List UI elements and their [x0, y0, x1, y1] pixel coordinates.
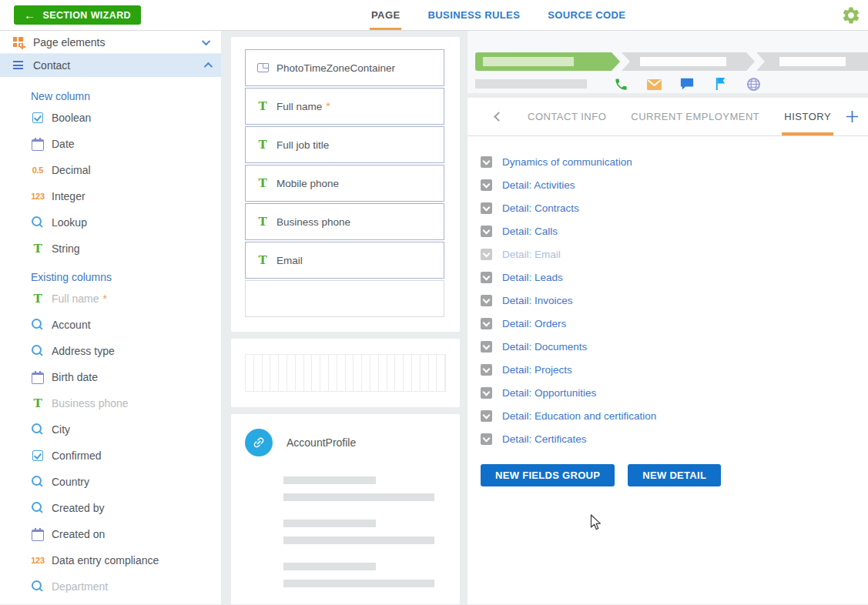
detail-list-item-label: Detail: Opportunities — [502, 387, 596, 399]
sidebar-column-item[interactable]: Birth date — [0, 364, 221, 390]
detail-list-item-label: Detail: Activities — [502, 179, 575, 191]
sidebar-column-item[interactable]: Department — [0, 573, 221, 600]
link-icon — [245, 429, 273, 456]
stage-label-placeholder — [483, 57, 574, 66]
column-label: String — [52, 242, 80, 255]
canvas-field[interactable]: Full name * — [245, 88, 444, 125]
field-label: Business phone — [276, 216, 350, 228]
column-label: Created by — [52, 502, 104, 514]
column-type-icon — [31, 501, 45, 515]
expand-chevron-icon[interactable] — [481, 318, 492, 329]
expand-chevron-icon[interactable] — [481, 202, 492, 214]
page-elements-icon — [11, 37, 25, 47]
sidebar-column-item[interactable]: Data entry compliance — [0, 547, 221, 573]
topbar-tab-label: PAGE — [371, 9, 400, 21]
detail-list-item[interactable]: Detail: Email — [481, 242, 868, 266]
globe-icon[interactable] — [745, 75, 762, 92]
section-wizard-back-button[interactable]: ← SECTION WIZARD — [14, 5, 141, 25]
communication-row — [475, 75, 868, 92]
detail-list-item[interactable]: Detail: Education and certification — [481, 404, 868, 427]
sidebar-column-item[interactable]: Confirmed — [0, 443, 221, 469]
topbar-tab[interactable]: BUSINESS RULES — [426, 0, 521, 30]
detail-list-item[interactable]: Detail: Certificates — [481, 427, 868, 450]
expand-chevron-icon[interactable] — [481, 249, 492, 260]
detail-list-item[interactable]: Detail: Contracts — [481, 196, 868, 219]
sidebar-column-item[interactable]: Account — [0, 312, 221, 338]
detail-list-item[interactable]: Detail: Opportunities — [481, 381, 868, 404]
column-label: Birth date — [52, 371, 98, 383]
detail-panel-tab[interactable]: CURRENT EMPLOYMENT — [628, 98, 762, 135]
detail-list-item[interactable]: Dynamics of communication — [481, 150, 868, 173]
expand-chevron-icon[interactable] — [481, 272, 492, 283]
flag-icon[interactable] — [712, 75, 729, 92]
gear-icon[interactable] — [841, 5, 861, 25]
sidebar-column-item[interactable]: Created by — [0, 495, 221, 521]
column-type-icon — [31, 111, 45, 125]
detail-list-item[interactable]: Detail: Orders — [481, 312, 868, 335]
detail-list-item[interactable]: Detail: Projects — [481, 358, 868, 381]
canvas-field[interactable] — [245, 280, 444, 317]
column-label: City — [52, 423, 70, 436]
phone-icon[interactable] — [612, 75, 629, 92]
detail-panel-tab[interactable]: HISTORY — [782, 98, 833, 135]
sidebar-column-item[interactable]: Integer — [0, 183, 221, 209]
detail-panel-tab[interactable]: CONTACT INFO — [525, 98, 608, 135]
detail-list-item[interactable]: Detail: Invoices — [481, 289, 868, 312]
field-label: PhotoTimeZoneContainer — [276, 62, 395, 74]
page-body: Page elements Contact New column Boolean… — [0, 31, 868, 604]
canvas-field[interactable]: PhotoTimeZoneContainer — [245, 49, 444, 86]
detail-list-item[interactable]: Detail: Leads — [481, 266, 868, 289]
sidebar-item-page-elements[interactable]: Page elements — [0, 31, 221, 54]
sidebar-item-contact[interactable]: Contact — [0, 54, 221, 77]
chevron-up-icon[interactable] — [204, 62, 213, 70]
expand-chevron-icon[interactable] — [481, 179, 492, 191]
new-column-list: Boolean Date Decimal Integer Lookup Stri… — [0, 105, 221, 262]
sidebar-column-item[interactable]: Created on — [0, 521, 221, 547]
topbar-tab[interactable]: SOURCE CODE — [546, 0, 627, 30]
canvas-field[interactable]: Email — [245, 242, 444, 279]
column-label: Date — [52, 138, 75, 150]
canvas-field[interactable]: Business phone — [245, 203, 444, 240]
sidebar-column-item[interactable]: Full name * — [0, 286, 221, 312]
stage-pending[interactable] — [756, 52, 868, 71]
chat-icon[interactable] — [679, 75, 695, 92]
stage-pending[interactable] — [622, 52, 755, 71]
chevron-down-icon[interactable] — [202, 36, 210, 45]
add-tab-icon[interactable] — [846, 110, 859, 123]
expand-chevron-icon[interactable] — [481, 156, 492, 168]
detail-list-item[interactable]: Detail: Calls — [481, 219, 868, 242]
canvas-field[interactable]: Mobile phone — [245, 165, 444, 202]
sidebar-column-item[interactable]: Lookup — [0, 209, 221, 236]
action-button[interactable]: NEW FIELDS GROUP — [481, 464, 615, 486]
email-icon[interactable] — [645, 75, 662, 92]
expand-chevron-icon[interactable] — [481, 364, 492, 376]
detail-list-item[interactable]: Detail: Activities — [481, 173, 868, 196]
sidebar-column-item[interactable]: Country — [0, 469, 221, 495]
account-profile-block[interactable]: AccountProfile — [231, 414, 460, 604]
expand-chevron-icon[interactable] — [481, 341, 492, 353]
expand-chevron-icon[interactable] — [481, 387, 492, 399]
canvas-field[interactable]: Full job title — [245, 126, 444, 163]
placeholder-bar — [283, 520, 376, 527]
action-button[interactable]: NEW DETAIL — [628, 464, 721, 486]
sidebar-column-item[interactable]: Date — [0, 131, 221, 157]
sidebar-column-item[interactable]: Decimal — [0, 157, 221, 183]
expand-chevron-icon[interactable] — [481, 410, 492, 422]
sidebar-column-item[interactable]: Boolean — [0, 105, 221, 131]
column-type-icon — [31, 370, 45, 384]
sidebar-column-item[interactable]: Business phone — [0, 390, 221, 416]
sidebar-column-item[interactable]: Address type — [0, 338, 221, 364]
sidebar-column-item[interactable]: String — [0, 236, 221, 262]
expand-chevron-icon[interactable] — [481, 226, 492, 237]
detail-list-item-label: Detail: Education and certification — [502, 410, 656, 422]
stage-progress-bar[interactable] — [475, 52, 868, 71]
sidebar-column-item[interactable]: City — [0, 416, 221, 443]
expand-chevron-icon[interactable] — [481, 295, 492, 306]
expand-chevron-icon[interactable] — [481, 433, 492, 445]
stage-completed[interactable] — [475, 52, 620, 71]
field-label: Mobile phone — [276, 178, 339, 189]
tabs-scroll-left-icon[interactable] — [494, 112, 504, 122]
topbar-tab[interactable]: PAGE — [370, 0, 401, 30]
timeline-placeholder — [245, 354, 446, 392]
detail-list-item[interactable]: Detail: Documents — [481, 335, 868, 358]
